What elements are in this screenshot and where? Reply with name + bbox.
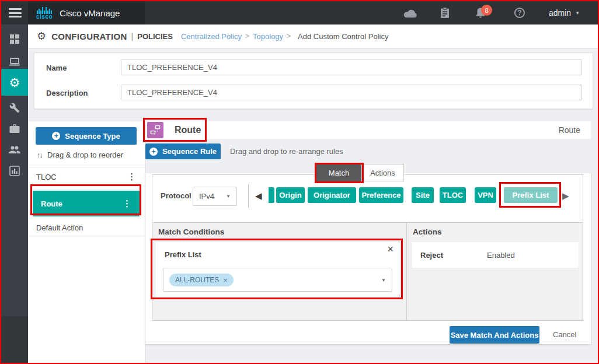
gear-icon: ⚙ (37, 30, 46, 43)
name-label: Name (46, 64, 67, 72)
breadcrumb-link-topology[interactable]: Topology (253, 32, 283, 41)
tasks-clipboard-icon[interactable] (440, 7, 450, 21)
conditions-section: Match Conditions Prefix List × ALL-ROUTE… (152, 222, 583, 320)
sequence-rule-label: Sequence Rule (162, 147, 217, 156)
cancel-button[interactable]: Cancel (553, 326, 576, 344)
name-field[interactable] (121, 60, 582, 75)
match-type-prefix-list[interactable]: Prefix List (504, 187, 558, 203)
drag-rules-hint: Drag and drop to re-arrange rules (230, 144, 343, 159)
analytics-chart-icon[interactable] (1, 161, 28, 181)
actions-header: Actions (413, 228, 442, 236)
reject-label: Reject (420, 251, 443, 260)
monitor-icon[interactable] (1, 52, 28, 72)
dashboard-icon[interactable] (1, 29, 28, 49)
divider (28, 167, 145, 167)
tag-remove-icon[interactable]: × (223, 276, 228, 285)
divider (248, 184, 249, 208)
breadcrumb-separator: > (245, 32, 249, 40)
sequence-rule-row: + Sequence Rule Drag and drop to re-arra… (145, 144, 591, 159)
policy-form-card: Name Description (34, 52, 593, 109)
cisco-logo-icon: cisco (36, 7, 53, 19)
match-type-originator[interactable]: Originator (308, 187, 356, 203)
close-icon[interactable]: × (387, 243, 393, 256)
protocol-value: IPv4 (199, 192, 214, 201)
route-editor-title: Route (175, 121, 201, 139)
tab-match[interactable]: Match (316, 164, 361, 181)
sequence-panel: + Sequence Type ↑↓ Drag & drop to reorde… (28, 121, 145, 364)
sequence-item-route[interactable]: Route ⋮ (33, 191, 140, 216)
admin-menu[interactable]: admin ▼ (549, 1, 580, 24)
match-type-partial-button[interactable] (269, 187, 274, 203)
menu-icon[interactable] (9, 8, 22, 18)
protocol-label: Protocol (161, 191, 191, 200)
sequence-type-label: Sequence Type (65, 132, 120, 141)
administration-users-icon[interactable] (1, 140, 28, 160)
match-type-site[interactable]: Site (412, 187, 434, 203)
description-label: Description (46, 89, 88, 97)
route-title-bar: Route Route (145, 121, 591, 139)
nav-rail: ⚙ (1, 24, 28, 364)
breadcrumb-separator: > (287, 32, 291, 40)
prefix-list-select[interactable]: ALL-ROUTES × ▼ (163, 268, 392, 292)
chevron-down-icon: ▼ (575, 10, 580, 16)
reject-value: Enabled (487, 251, 515, 260)
save-match-actions-button[interactable]: Save Match And Actions (450, 326, 539, 344)
breadcrumb-subsection: POLICIES (137, 32, 173, 41)
add-sequence-type-button[interactable]: + Sequence Type (36, 127, 137, 145)
chevron-down-icon[interactable]: ▼ (381, 278, 386, 283)
actions-column: Actions Reject Enabled (406, 223, 583, 320)
brand-block: cisco Cisco vManage (28, 1, 145, 24)
match-conditions-header: Match Conditions (158, 228, 224, 236)
protocol-select[interactable]: IPv4 ▼ (193, 187, 237, 206)
vmanage-screenshot: cisco Cisco vManage 8 ? admin ▼ ⚙ (0, 0, 599, 364)
plus-circle-icon: + (149, 148, 158, 156)
cisco-wordmark: cisco (36, 14, 53, 19)
reorder-arrows-icon: ↑↓ (37, 150, 42, 159)
prefix-list-label: Prefix List (165, 250, 201, 259)
scroll-right-icon[interactable]: ▶ (562, 190, 569, 202)
notification-badge: 8 (481, 5, 492, 16)
match-type-vpn[interactable]: VPN (475, 187, 496, 203)
add-sequence-rule-button[interactable]: + Sequence Rule (145, 144, 221, 159)
configuration-gear-icon[interactable]: ⚙ (1, 72, 28, 92)
nav-rail-shade (1, 316, 28, 364)
admin-label: admin (549, 8, 571, 18)
divider (28, 236, 145, 236)
plus-circle-icon: + (52, 132, 60, 140)
match-type-tloc[interactable]: TLOC (440, 187, 466, 203)
cloud-icon[interactable] (403, 9, 418, 21)
chevron-down-icon: ▼ (226, 194, 231, 199)
app-title: Cisco vManage (60, 8, 120, 18)
help-icon[interactable]: ? (514, 8, 525, 18)
sequence-item-default-action[interactable]: Default Action (28, 219, 144, 236)
kebab-menu-icon[interactable]: ⋮ (123, 198, 131, 209)
breadcrumb: ⚙ CONFIGURATION | POLICIES Centralized P… (28, 24, 598, 48)
scroll-left-icon[interactable]: ◀ (255, 190, 262, 202)
sequence-item-tloc[interactable]: TLOC ⋮ (28, 168, 144, 186)
maintenance-briefcase-icon[interactable] (1, 119, 28, 139)
match-type-origin[interactable]: Origin (276, 187, 305, 203)
breadcrumb-current: Add Custom Control Policy (298, 32, 388, 41)
description-field[interactable] (121, 85, 582, 100)
match-type-preference[interactable]: Preference (359, 187, 403, 203)
rule-editor-card: Match Actions Protocol IPv4 ▼ ◀ Origin O… (145, 173, 591, 344)
breadcrumb-link-centralized-policy[interactable]: Centralized Policy (181, 32, 242, 41)
tag-label: ALL-ROUTES (175, 276, 219, 284)
tools-wrench-icon[interactable] (1, 98, 28, 118)
tab-actions[interactable]: Actions (361, 164, 404, 181)
top-bar: cisco Cisco vManage 8 ? admin ▼ (1, 1, 598, 24)
match-panel: Protocol IPv4 ▼ ◀ Origin Originator Pref… (152, 174, 583, 321)
prefix-list-condition: Prefix List × ALL-ROUTES × ▼ (156, 242, 399, 298)
reorder-hint: ↑↓ Drag & drop to reorder (37, 150, 123, 159)
kebab-menu-icon[interactable]: ⋮ (127, 172, 136, 182)
breadcrumb-divider: | (131, 32, 134, 41)
match-conditions-column: Match Conditions Prefix List × ALL-ROUTE… (152, 223, 406, 320)
selected-tag: ALL-ROUTES × (169, 274, 234, 286)
reject-action-row: Reject Enabled (412, 242, 579, 268)
breadcrumb-section: CONFIGURATION (51, 32, 127, 41)
route-devices-icon (147, 122, 163, 138)
route-corner-label: Route (559, 121, 580, 139)
